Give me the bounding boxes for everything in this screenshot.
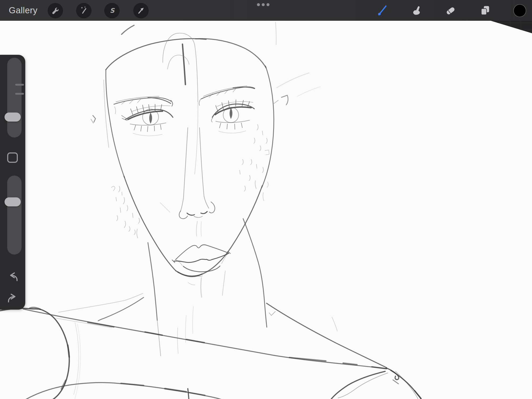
workspace-corner <box>491 21 532 33</box>
actions-button[interactable] <box>48 3 63 18</box>
sketch-artwork <box>0 0 532 399</box>
slider-tick <box>15 93 24 95</box>
brush-sidebar <box>0 55 25 310</box>
redo-icon <box>7 292 18 303</box>
dot <box>257 3 260 6</box>
selection-s-icon: S <box>107 6 117 16</box>
wrench-icon <box>50 6 60 16</box>
dot <box>262 3 265 6</box>
transform-button[interactable] <box>133 3 149 18</box>
canvas-options-button[interactable] <box>257 3 269 6</box>
adjustments-button[interactable] <box>76 3 92 18</box>
top-toolbar: Gallery S <box>0 0 532 21</box>
smudge-finger-icon <box>410 4 423 18</box>
paint-tool-button[interactable] <box>375 3 390 18</box>
paintbrush-icon <box>375 4 389 18</box>
color-circle-icon <box>512 3 527 18</box>
transform-arrow-icon <box>136 6 146 16</box>
magic-wand-icon <box>79 6 89 16</box>
drawing-canvas[interactable] <box>0 0 532 399</box>
opacity-slider[interactable] <box>7 176 22 255</box>
brush-size-handle[interactable] <box>5 113 21 122</box>
svg-text:S: S <box>110 7 115 14</box>
modify-button[interactable] <box>7 152 18 163</box>
undo-icon <box>7 271 18 282</box>
erase-tool-button[interactable] <box>443 3 458 18</box>
smudge-tool-button[interactable] <box>409 3 424 18</box>
gallery-button[interactable]: Gallery <box>9 0 38 21</box>
redo-button[interactable] <box>7 292 18 303</box>
layers-button[interactable] <box>477 3 493 18</box>
undo-button[interactable] <box>7 271 18 282</box>
layers-icon <box>478 4 492 18</box>
eraser-icon <box>444 4 458 18</box>
slider-tick <box>15 84 24 86</box>
selection-button[interactable]: S <box>104 3 120 18</box>
color-swatch-button[interactable] <box>512 3 527 18</box>
opacity-handle[interactable] <box>5 197 21 206</box>
brush-size-slider[interactable] <box>7 58 22 138</box>
dot <box>267 3 269 6</box>
